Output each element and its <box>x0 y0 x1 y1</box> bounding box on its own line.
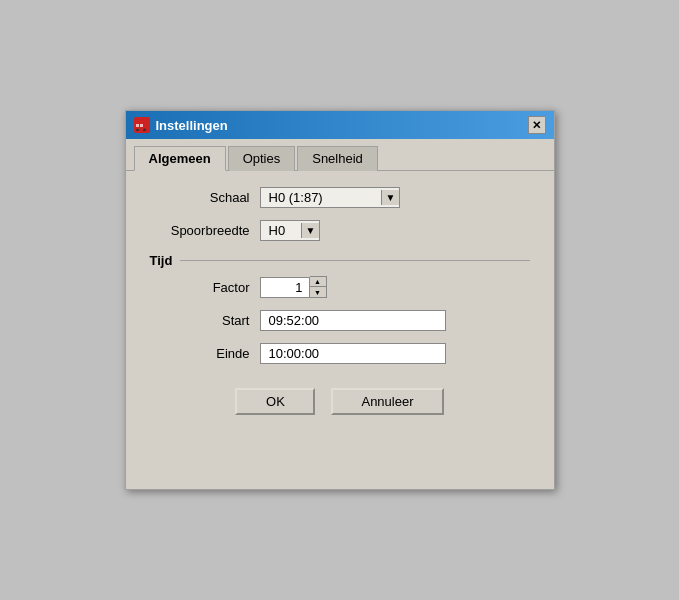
app-icon <box>134 117 150 133</box>
einde-label: Einde <box>150 346 250 361</box>
title-bar-left: Instellingen <box>134 117 228 133</box>
tab-bar: Algemeen Opties Snelheid <box>126 139 554 171</box>
factor-label: Factor <box>150 280 250 295</box>
button-row: OK Annuleer <box>150 388 530 431</box>
close-button[interactable]: ✕ <box>528 116 546 134</box>
einde-input[interactable] <box>260 343 446 364</box>
tab-algemeen[interactable]: Algemeen <box>134 146 226 171</box>
tab-opties[interactable]: Opties <box>228 146 296 171</box>
title-bar: Instellingen ✕ <box>126 111 554 139</box>
schaal-dropdown[interactable]: H0 (1:87) ▼ <box>260 187 401 208</box>
settings-dialog: Instellingen ✕ Algemeen Opties Snelheid … <box>125 110 555 490</box>
annuleer-button[interactable]: Annuleer <box>331 388 443 415</box>
start-label: Start <box>150 313 250 328</box>
factor-spinner: ▲ ▼ <box>260 276 327 298</box>
schaal-value: H0 (1:87) <box>261 188 381 207</box>
dialog-title: Instellingen <box>156 118 228 133</box>
ok-button[interactable]: OK <box>235 388 315 415</box>
svg-rect-1 <box>136 124 139 127</box>
start-row: Start <box>150 310 530 331</box>
tijd-label: Tijd <box>150 253 173 268</box>
spoorbreedte-row: Spoorbreedte H0 ▼ <box>150 220 530 241</box>
spoorbreedte-dropdown[interactable]: H0 ▼ <box>260 220 321 241</box>
dialog-content: Schaal H0 (1:87) ▼ Spoorbreedte H0 ▼ Tij… <box>126 171 554 447</box>
factor-input[interactable] <box>260 277 310 298</box>
spoorbreedte-label: Spoorbreedte <box>150 223 250 238</box>
section-divider <box>180 260 529 261</box>
schaal-label: Schaal <box>150 190 250 205</box>
einde-row: Einde <box>150 343 530 364</box>
schaal-row: Schaal H0 (1:87) ▼ <box>150 187 530 208</box>
svg-rect-2 <box>140 124 143 127</box>
factor-row: Factor ▲ ▼ <box>150 276 530 298</box>
start-input[interactable] <box>260 310 446 331</box>
schaal-dropdown-arrow[interactable]: ▼ <box>381 190 400 205</box>
spoorbreedte-dropdown-arrow[interactable]: ▼ <box>301 223 320 238</box>
tijd-section: Tijd <box>150 253 530 268</box>
factor-spinner-buttons: ▲ ▼ <box>310 276 327 298</box>
factor-decrement-button[interactable]: ▼ <box>310 287 326 297</box>
tab-snelheid[interactable]: Snelheid <box>297 146 378 171</box>
spoorbreedte-value: H0 <box>261 221 301 240</box>
factor-increment-button[interactable]: ▲ <box>310 277 326 287</box>
